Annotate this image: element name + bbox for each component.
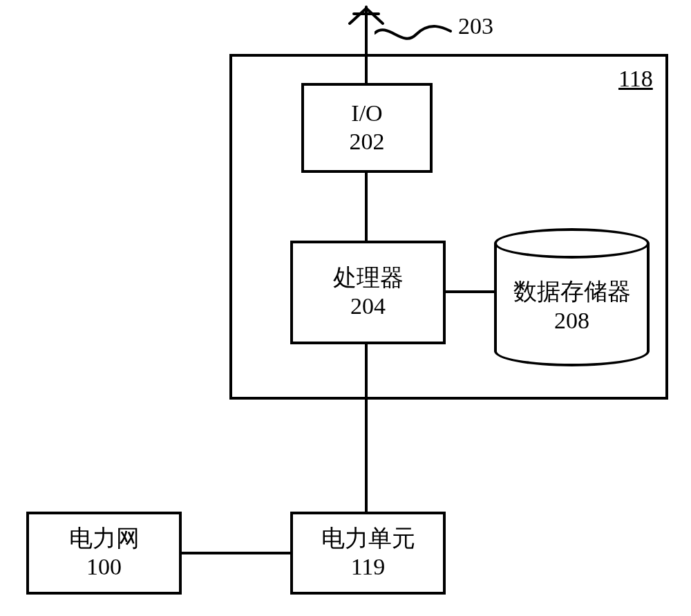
processor-ref: 204 xyxy=(350,292,386,321)
processor-label: 处理器 xyxy=(333,264,404,292)
diagram-canvas: 203 118 I/O 202 处理器 204 数据存储器 208 电力单 xyxy=(0,0,691,616)
io-label: I/O xyxy=(351,100,382,128)
connector-box-to-powerunit xyxy=(365,400,368,512)
antenna-ref-label: 203 xyxy=(458,12,493,41)
leader-203 xyxy=(375,21,457,55)
connector-grid-to-powerunit xyxy=(181,552,290,554)
io-ref: 202 xyxy=(350,128,385,156)
power-unit-ref: 119 xyxy=(351,553,386,581)
datastore-ref: 208 xyxy=(494,307,650,335)
connector-io-to-processor xyxy=(365,173,368,241)
datastore-cylinder: 数据存储器 208 xyxy=(494,228,650,366)
connector-processor-to-boxbottom xyxy=(365,344,368,400)
datastore-label: 数据存储器 xyxy=(494,278,650,306)
io-box: I/O 202 xyxy=(301,83,433,173)
power-unit-box: 电力单元 119 xyxy=(290,512,446,595)
power-unit-label: 电力单元 xyxy=(321,525,415,553)
system-ref-label: 118 xyxy=(618,65,653,93)
power-grid-ref: 100 xyxy=(86,553,122,581)
svg-line-1 xyxy=(350,8,366,24)
power-grid-box: 电力网 100 xyxy=(26,512,182,595)
processor-box: 处理器 204 xyxy=(290,241,446,344)
connector-antenna-to-box xyxy=(365,41,368,54)
connector-processor-to-datastore xyxy=(446,290,494,293)
power-grid-label: 电力网 xyxy=(69,525,140,553)
connector-boxtop-to-io xyxy=(365,54,368,83)
